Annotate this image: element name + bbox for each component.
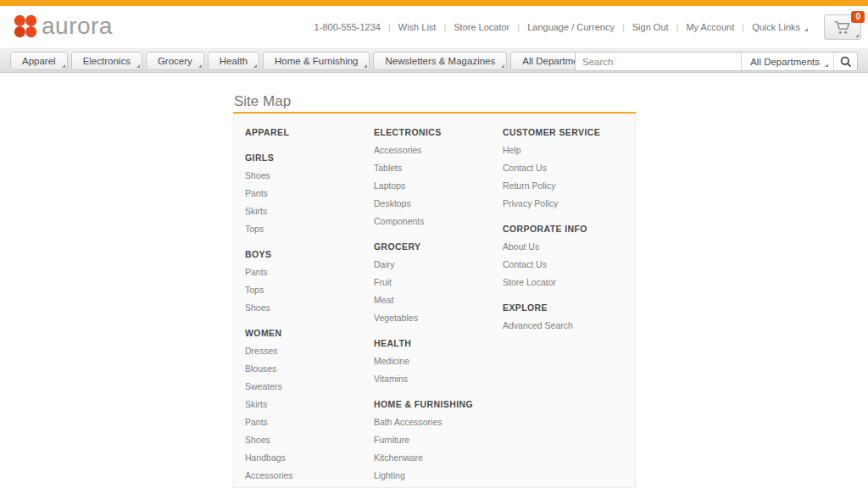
sitemap-heading-electronics[interactable]: ELECTRONICS xyxy=(374,123,503,141)
nav-tab-grocery[interactable]: Grocery xyxy=(146,52,204,70)
nav-tab-apparel[interactable]: Apparel xyxy=(10,52,68,70)
sitemap-link-pants[interactable]: Pants xyxy=(245,263,374,280)
sitemap-link-about-us[interactable]: About Us xyxy=(503,237,635,255)
search-button[interactable] xyxy=(833,53,857,70)
sitemap-heading-boys[interactable]: BOYS xyxy=(245,245,374,263)
nav-tab-label: Newsletters & Magazines xyxy=(385,56,495,66)
sitemap-link-pants[interactable]: Pants xyxy=(245,413,374,430)
sitemap-heading-explore[interactable]: EXPLORE xyxy=(503,298,635,316)
sitemap-link-accessories[interactable]: Accessories xyxy=(374,141,503,158)
nav-tab-home-furnishing[interactable]: Home & Furnishing xyxy=(263,52,370,70)
top-accent-bar xyxy=(0,0,868,6)
sitemap-link-bath-accessories[interactable]: Bath Accessories xyxy=(374,413,503,430)
sitemap-link-lighting[interactable]: Lighting xyxy=(374,466,503,484)
sitemap-link-tops[interactable]: Tops xyxy=(245,280,374,298)
sitemap-link-help[interactable]: Help xyxy=(503,141,635,158)
sitemap-link-dresses[interactable]: Dresses xyxy=(245,341,374,359)
sitemap-link-tablets[interactable]: Tablets xyxy=(374,158,503,176)
sitemap-panel: APPARELGIRLSShoesPantsSkirtsTopsBOYSPant… xyxy=(233,114,636,488)
separator: | xyxy=(676,22,679,32)
header-link-quick-links[interactable]: Quick Links xyxy=(752,22,808,32)
sitemap-link-skirts[interactable]: Skirts xyxy=(245,395,374,413)
sitemap-link-laptops[interactable]: Laptops xyxy=(374,176,503,194)
dropdown-corner-icon xyxy=(855,34,859,37)
sitemap-link-fruit[interactable]: Fruit xyxy=(374,273,503,291)
sitemap-link-contact-us[interactable]: Contact Us xyxy=(503,158,635,176)
header-link-my-account[interactable]: My Account xyxy=(686,22,734,32)
sitemap-heading-health[interactable]: HEALTH xyxy=(374,334,503,352)
sitemap-link-vitamins[interactable]: Vitamins xyxy=(374,369,503,387)
sitemap-link-components[interactable]: Components xyxy=(374,212,503,230)
sitemap-link-shoes[interactable]: Shoes xyxy=(245,430,374,448)
sitemap-link-return-policy[interactable]: Return Policy xyxy=(503,176,635,194)
search-icon xyxy=(840,56,852,68)
nav-tab-newsletters-magazines[interactable]: Newsletters & Magazines xyxy=(373,52,507,70)
dropdown-corner-icon xyxy=(253,64,257,68)
search-scope-dropdown[interactable]: All Departments xyxy=(741,53,833,70)
sitemap-link-sweaters[interactable]: Sweaters xyxy=(245,377,374,395)
sitemap-link-accessories[interactable]: Accessories xyxy=(245,466,374,484)
dropdown-corner-icon xyxy=(364,64,367,68)
sitemap-heading-girls[interactable]: GIRLS xyxy=(245,148,374,166)
sitemap-link-medicine[interactable]: Medicine xyxy=(374,352,503,369)
nav-tab-health[interactable]: Health xyxy=(208,52,259,70)
sitemap-heading-grocery[interactable]: GROCERY xyxy=(374,237,503,255)
sitemap-link-tops[interactable]: Tops xyxy=(245,219,374,237)
nav-tab-label: Grocery xyxy=(158,56,192,66)
brand-logo[interactable]: aurora xyxy=(14,14,113,38)
cart-icon xyxy=(833,19,852,36)
phone-number: 1-800-555-1234 xyxy=(314,22,381,32)
separator: | xyxy=(517,22,520,32)
flower-icon xyxy=(14,14,37,38)
header-link-language-currency[interactable]: Language / Currency xyxy=(527,22,615,32)
separator: | xyxy=(622,22,625,32)
sitemap-link-contact-us[interactable]: Contact Us xyxy=(503,255,635,273)
sitemap-link-handbags[interactable]: Handbags xyxy=(245,448,374,466)
site-header: aurora 1-800-555-1234|Wish List|Store Lo… xyxy=(0,6,868,48)
nav-tab-label: Electronics xyxy=(83,56,131,66)
cart-button[interactable]: 0 xyxy=(824,14,861,40)
header-link-wish-list[interactable]: Wish List xyxy=(398,22,437,32)
separator: | xyxy=(742,22,744,32)
dropdown-corner-icon xyxy=(136,64,140,68)
sitemap-heading-customer-service[interactable]: CUSTOMER SERVICE xyxy=(503,123,635,141)
header-link-store-locator[interactable]: Store Locator xyxy=(453,22,509,32)
sitemap-link-vegetables[interactable]: Vegetables xyxy=(374,308,503,326)
search-input[interactable] xyxy=(576,53,741,70)
chevron-down-icon xyxy=(825,64,828,67)
brand-name: aurora xyxy=(42,14,113,38)
sitemap-link-skirts[interactable]: Skirts xyxy=(245,202,374,219)
nav-tab-label: Home & Furnishing xyxy=(275,56,358,66)
sitemap-link-privacy-policy[interactable]: Privacy Policy xyxy=(503,194,635,212)
sitemap-link-advanced-search[interactable]: Advanced Search xyxy=(503,316,635,334)
sitemap-link-shoes[interactable]: Shoes xyxy=(245,166,374,184)
sitemap-link-meat[interactable]: Meat xyxy=(374,291,503,308)
separator: | xyxy=(443,22,446,32)
search-scope-label: All Departments xyxy=(750,57,820,67)
quick-links-label: Quick Links xyxy=(752,22,800,32)
sitemap-link-store-locator[interactable]: Store Locator xyxy=(503,273,635,291)
sitemap-column-1: APPARELGIRLSShoesPantsSkirtsTopsBOYSPant… xyxy=(245,115,374,487)
dropdown-corner-icon xyxy=(804,28,808,31)
sitemap-heading-apparel[interactable]: APPAREL xyxy=(245,123,374,141)
sitemap-link-shoes[interactable]: Shoes xyxy=(245,298,374,316)
main-nav: ApparelElectronicsGroceryHealthHome & Fu… xyxy=(0,48,868,73)
header-link-sign-out[interactable]: Sign Out xyxy=(632,22,669,32)
nav-tab-electronics[interactable]: Electronics xyxy=(71,52,142,70)
sitemap-link-desktops[interactable]: Desktops xyxy=(374,194,503,212)
dropdown-corner-icon xyxy=(501,64,504,68)
separator: | xyxy=(388,22,391,32)
sitemap-heading-women[interactable]: WOMEN xyxy=(245,324,374,341)
sitemap-heading-corporate-info[interactable]: CORPORATE INFO xyxy=(503,219,635,237)
sitemap-link-pants[interactable]: Pants xyxy=(245,184,374,202)
sitemap-column-3: CUSTOMER SERVICEHelpContact UsReturn Pol… xyxy=(503,115,635,487)
header-links: 1-800-555-1234|Wish List|Store Locator|L… xyxy=(314,22,815,32)
dropdown-corner-icon xyxy=(198,64,202,68)
header-right: 1-800-555-1234|Wish List|Store Locator|L… xyxy=(314,6,861,48)
sitemap-heading-home-furnishing[interactable]: HOME & FURNISHING xyxy=(374,395,503,413)
sitemap-link-blouses[interactable]: Blouses xyxy=(245,359,374,377)
sitemap-link-dairy[interactable]: Dairy xyxy=(374,255,503,273)
sitemap-link-furniture[interactable]: Furniture xyxy=(374,430,503,448)
sitemap-link-kitchenware[interactable]: Kitchenware xyxy=(374,448,503,466)
nav-tabs: ApparelElectronicsGroceryHealthHome & Fu… xyxy=(10,52,604,70)
